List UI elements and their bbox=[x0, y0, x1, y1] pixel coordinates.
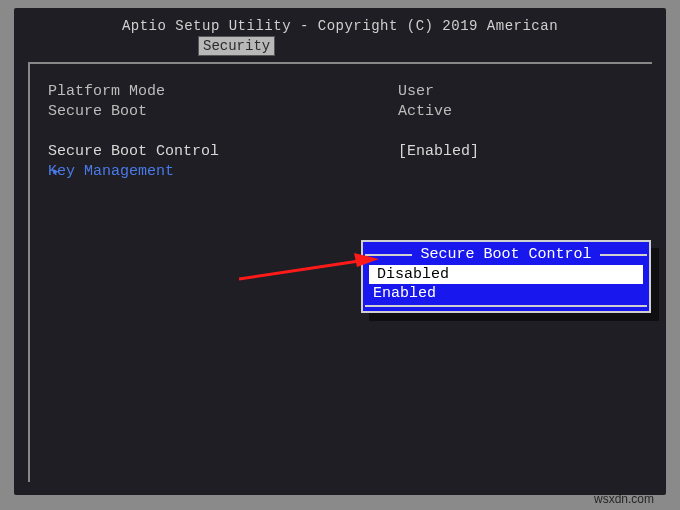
secure-boot-control-label: Secure Boot Control bbox=[48, 142, 398, 162]
watermark: wsxdn.com bbox=[594, 492, 654, 506]
popup-title: Secure Boot Control bbox=[412, 246, 599, 263]
tab-security[interactable]: Security bbox=[198, 36, 275, 56]
header-title: Aptio Setup Utility - Copyright (C) 2019… bbox=[14, 8, 666, 36]
popup-title-row: Secure Boot Control bbox=[365, 244, 647, 265]
row-secure-boot: Secure Boot Active bbox=[48, 102, 642, 122]
popup-option-disabled[interactable]: Disabled bbox=[369, 265, 643, 284]
key-management-label: Key Management bbox=[48, 162, 398, 182]
popup-bottom-line bbox=[365, 305, 647, 307]
platform-mode-value: User bbox=[398, 82, 642, 102]
bios-screen: Aptio Setup Utility - Copyright (C) 2019… bbox=[14, 8, 666, 495]
row-platform-mode: Platform Mode User bbox=[48, 82, 642, 102]
popup-title-line-right bbox=[600, 254, 647, 256]
spacer bbox=[48, 122, 642, 142]
row-secure-boot-control[interactable]: Secure Boot Control [Enabled] bbox=[48, 142, 642, 162]
popup-secure-boot-control: Secure Boot Control Disabled Enabled bbox=[361, 240, 651, 313]
popup-title-line-left bbox=[365, 254, 412, 256]
popup-option-enabled[interactable]: Enabled bbox=[365, 284, 647, 303]
platform-mode-label: Platform Mode bbox=[48, 82, 398, 102]
secure-boot-label: Secure Boot bbox=[48, 102, 398, 122]
row-key-management[interactable]: ▸ Key Management bbox=[48, 162, 642, 182]
submenu-marker-icon: ▸ bbox=[52, 162, 60, 182]
secure-boot-control-value: [Enabled] bbox=[398, 142, 642, 162]
secure-boot-value: Active bbox=[398, 102, 642, 122]
tab-row: Security bbox=[14, 36, 666, 58]
